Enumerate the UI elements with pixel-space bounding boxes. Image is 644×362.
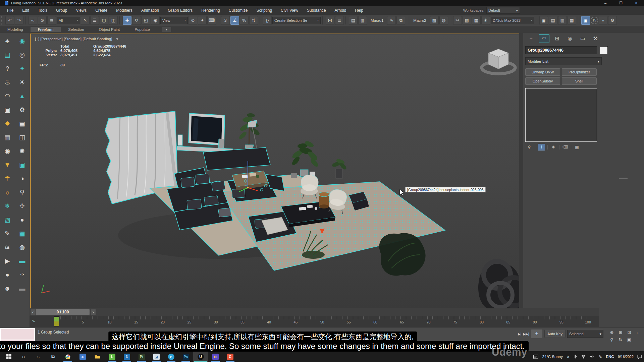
play-animation-button[interactable]: ▶| (518, 332, 521, 336)
pen-icon[interactable]: ✎ (598, 354, 602, 359)
dot-icon[interactable]: ● (0, 268, 15, 282)
app-substance-painter[interactable]: Pt (134, 351, 149, 362)
movie-camera-icon[interactable]: ◉ (0, 144, 15, 158)
render-help-icon[interactable]: ⚙ (608, 16, 617, 25)
per-view-filter-icon[interactable]: ▼ (115, 37, 119, 41)
keyboard-shortcut-override-icon[interactable]: ⌨ (207, 16, 216, 25)
modifier-button-prooptimizer[interactable]: ProOptimizer (562, 68, 597, 76)
foliage-icon[interactable]: ♣ (0, 34, 15, 48)
modifier-button-opensubdiv[interactable]: OpenSubdiv (525, 77, 560, 85)
select-and-link-icon[interactable]: ∞ (29, 16, 37, 25)
project-folder[interactable]: D:\3ds Max 2023▾ (491, 17, 534, 24)
app-telegram[interactable]: ➤ (164, 351, 178, 362)
object-color-swatch[interactable] (600, 46, 608, 54)
teal-slab-icon[interactable]: ▬ (15, 254, 30, 268)
sail-trees-icon[interactable]: ▲ (15, 89, 30, 103)
make-unique-icon[interactable]: ❖ (550, 144, 557, 150)
asset-tracking-icon[interactable]: ▧ (430, 16, 439, 25)
language-indicator[interactable]: ENG (606, 355, 614, 359)
menu-customize[interactable]: Customize (224, 7, 252, 14)
select-and-move-icon[interactable]: ✚ (123, 16, 131, 25)
refresh-icon[interactable]: ♻ (15, 103, 30, 117)
screw-bulb-icon[interactable]: ⚲ (15, 185, 30, 199)
microphone-icon[interactable] (573, 354, 577, 359)
macro1-button[interactable]: Macro1 (368, 17, 386, 24)
zoom-icon[interactable]: ⊕ (608, 329, 616, 336)
schematic-view-icon[interactable]: ⧉ (396, 16, 405, 25)
toolbar-grip[interactable] (1, 16, 4, 24)
contrast-icon[interactable]: ◑ (15, 172, 30, 185)
bulb-box-icon[interactable]: ✸ (0, 117, 15, 130)
tree-card-icon[interactable]: ◫ (15, 130, 30, 144)
percent-snap-toggle-icon[interactable]: % (240, 16, 249, 25)
snaps-toggle-25d-icon[interactable]: ∠ (230, 16, 239, 25)
auto-key-button[interactable]: Auto Key (544, 330, 566, 338)
timeline-ruler[interactable]: ∿ 05101520253035404550556065707580859095… (30, 316, 599, 327)
snowflake-icon[interactable]: ❄ (0, 199, 15, 213)
menu-help[interactable]: Help (351, 7, 368, 14)
next-frame-playback-button[interactable]: ▶▶| (523, 332, 529, 336)
window-box-icon[interactable]: ▣ (0, 103, 15, 117)
menu-file[interactable]: File (3, 7, 18, 14)
menu-group[interactable]: Group (52, 7, 71, 14)
play-box-icon[interactable]: ▶ (0, 254, 15, 268)
show-end-result-icon[interactable]: ‖ (538, 144, 545, 150)
ribbon-tab-populate[interactable]: Populate (127, 27, 157, 32)
motion-tab[interactable]: ◎ (565, 35, 575, 43)
display-filter-1-icon[interactable]: ▤ (549, 16, 557, 25)
sun2-icon[interactable]: ☼ (0, 185, 15, 199)
app-file-explorer[interactable] (90, 351, 105, 362)
select-object-icon[interactable]: ↖ (81, 16, 90, 25)
ribbon-tab-object-paint[interactable]: Object Paint (92, 27, 127, 32)
app-green-l[interactable]: L (105, 351, 119, 362)
redo-icon[interactable]: ↷ (15, 16, 23, 25)
next-frame-button[interactable]: > (90, 309, 96, 316)
reference-coordinate-system[interactable]: View▾ (160, 17, 188, 24)
field-of-view-icon[interactable]: ⊡ (625, 329, 633, 336)
tree-list-icon[interactable]: ▤ (15, 117, 30, 130)
select-and-rotate-icon[interactable]: ↻ (132, 16, 141, 25)
set-keys-button[interactable]: + (531, 329, 543, 339)
selection-filter[interactable]: All▾ (57, 17, 80, 24)
camera-box-icon[interactable]: ▣ (15, 158, 30, 172)
wind-icon[interactable]: ≋ (0, 240, 15, 254)
display-tab[interactable]: ▭ (578, 35, 588, 43)
current-frame-display[interactable]: 0 / 100 (36, 309, 90, 315)
menu-arnold[interactable]: Arnold (330, 7, 351, 14)
select-and-manipulate-icon[interactable]: ✦ (198, 16, 207, 25)
help-icon[interactable]: ? (0, 62, 15, 75)
viewport-label[interactable]: [+] [Perspective] [Standard] [Default Sh… (35, 37, 119, 41)
time-slider-handle[interactable] (54, 316, 59, 326)
window-crossing-toggle-icon[interactable]: ◫ (109, 16, 118, 25)
mini-curve-editor-icon[interactable]: ∿ (32, 318, 35, 323)
toolbar-overflow-icon[interactable]: » (599, 16, 607, 25)
render-presets-icon[interactable]: ▨ (463, 16, 471, 25)
volume-icon[interactable] (590, 355, 595, 359)
dots-icon[interactable]: ⁘ (15, 268, 30, 282)
cross-icon[interactable]: ✢ (15, 199, 30, 213)
spinner-snap-toggle-icon[interactable]: ⇅ (249, 16, 258, 25)
remove-modifier-icon[interactable]: ⌫ (562, 144, 569, 150)
panel-scrollbar[interactable] (619, 178, 628, 179)
toggle-scene-explorer-icon[interactable]: ▤ (349, 16, 358, 25)
create-tab[interactable]: ＋ (526, 35, 536, 43)
ribbon-tab-selection[interactable]: Selection (61, 27, 91, 32)
app-blue-diamond[interactable]: ◆ (75, 351, 90, 362)
select-and-scale-icon[interactable]: ◱ (142, 16, 150, 25)
menu-rendering[interactable]: Rendering (197, 7, 224, 14)
rendered-frame-window-icon[interactable]: ▦ (472, 16, 481, 25)
walk-through-icon[interactable]: ⚲ (608, 336, 616, 343)
pin-stack-icon[interactable]: ⚲ (526, 144, 533, 150)
mirror-icon[interactable]: ⋈ (326, 16, 334, 25)
modifier-stack[interactable] (525, 88, 597, 142)
film-camera-icon[interactable]: ▦ (0, 130, 15, 144)
material-editor-icon[interactable]: ◍ (439, 16, 448, 25)
isolate-selection-icon[interactable]: ▣ (539, 16, 548, 25)
light-bulb-icon[interactable]: ✦ (15, 62, 30, 75)
task-view-button[interactable]: ⧉ (46, 351, 60, 362)
previous-frame-button[interactable]: < (30, 309, 36, 316)
teapot-icon[interactable]: ♨ (0, 75, 15, 89)
configure-modifier-sets-icon[interactable]: ▦ (574, 144, 580, 150)
app-unreal-engine[interactable]: U (193, 351, 208, 362)
app-c-red[interactable]: C (223, 351, 237, 362)
